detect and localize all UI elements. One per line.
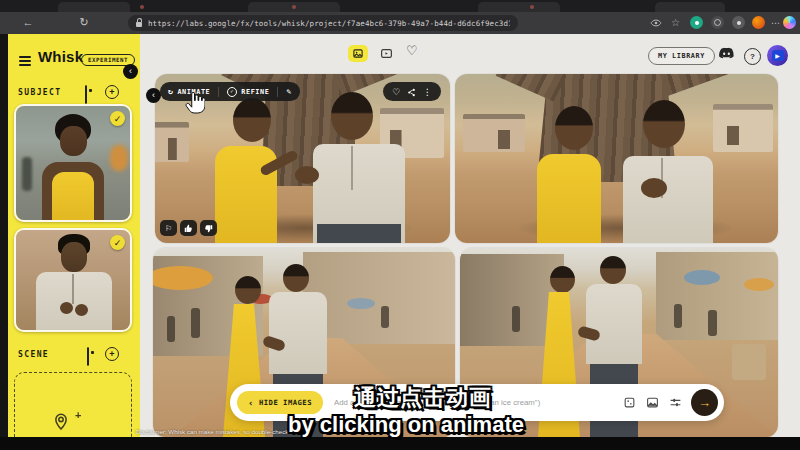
submit-button[interactable]: →	[691, 389, 718, 416]
generated-image-2[interactable]	[455, 74, 778, 243]
subject-section-label: SUBJECT	[18, 88, 62, 97]
art-hut-left	[155, 122, 189, 162]
subject2-hand-right	[75, 304, 88, 316]
subject2-hand-left	[60, 302, 73, 314]
scene-add-icon[interactable]: +	[105, 347, 119, 361]
location-pin-icon	[53, 413, 69, 435]
more-options-icon[interactable]: ⋮	[423, 87, 432, 97]
edit-prompt-button[interactable]: ✎	[278, 82, 299, 101]
image-actions-toolbar: ↻ ANIMATE ✓ REFINE ✎	[160, 82, 300, 101]
subtitle-chinese: 通过点击动画	[354, 383, 492, 413]
star-icon[interactable]: ☆	[669, 16, 682, 29]
more-menu-icon[interactable]: ⋯	[769, 16, 782, 29]
my-library-button[interactable]: MY LIBRARY	[648, 47, 715, 65]
art-man-shirt	[586, 284, 642, 364]
subject-dice-icon[interactable]	[85, 85, 87, 104]
extension-icon-green[interactable]	[690, 16, 703, 29]
thumbs-down-button[interactable]	[200, 220, 217, 236]
menu-icon[interactable]	[19, 56, 31, 66]
extension-icon-gray[interactable]	[732, 16, 745, 29]
subject1-selected-check[interactable]: ✓	[110, 111, 125, 126]
art-man-head	[331, 92, 373, 140]
scene-section-label: SCENE	[18, 350, 49, 359]
art-man-head	[643, 100, 685, 148]
art-man-placket	[351, 146, 353, 190]
art-hut-right	[713, 104, 773, 152]
scene-dice-icon[interactable]	[87, 347, 89, 366]
back-icon[interactable]: ←	[20, 15, 36, 30]
subject2-shirt-placket	[72, 274, 74, 304]
art-pedestrian	[674, 304, 682, 328]
art-woman-head	[555, 106, 593, 150]
art-hut-left	[463, 114, 525, 152]
animate-icon: ↻	[168, 87, 173, 96]
art-pedestrian	[512, 306, 520, 332]
extension-icon-orange[interactable]	[752, 16, 765, 29]
user-avatar[interactable]: ▶	[767, 45, 788, 66]
flag-button[interactable]: ⚐	[160, 220, 177, 236]
dice-icon[interactable]	[622, 396, 636, 410]
tune-settings-icon[interactable]	[668, 396, 682, 410]
art-man-head	[600, 256, 626, 284]
help-icon[interactable]: ?	[744, 48, 761, 65]
art-man-pants	[317, 224, 401, 243]
subject-add-icon[interactable]: +	[105, 85, 119, 99]
main-area: ♡ MY LIBRARY ? ▶	[140, 34, 800, 437]
subject-card-woman[interactable]: ✓	[14, 104, 132, 222]
art-pedestrian	[381, 306, 389, 328]
avatar-play-icon: ▶	[772, 50, 784, 61]
art-man-shirt	[623, 156, 713, 243]
tab-favicon	[292, 5, 296, 9]
browser-toolbar: ← ↻ https://labs.google/fx/tools/whisk/p…	[0, 12, 800, 34]
refine-icon: ✓	[227, 87, 237, 97]
browser-tab[interactable]	[478, 2, 560, 12]
hide-images-button[interactable]: ‹ HIDE IMAGES	[237, 391, 323, 414]
art-held-hands	[295, 166, 319, 184]
subject2-selected-check[interactable]: ✓	[110, 235, 125, 250]
subject1-face	[60, 126, 87, 156]
art-woman-head	[235, 276, 261, 304]
thumbs-up-button[interactable]	[180, 220, 197, 236]
art-man-head	[283, 264, 309, 292]
tab-favicon	[530, 5, 534, 9]
mouse-cursor	[185, 91, 205, 119]
disclaimer-text: Disclaimer: Whisk can make mistakes, so …	[136, 428, 293, 435]
art-umbrella-orange	[744, 278, 774, 291]
art-pedestrian	[708, 310, 717, 336]
image-view-toggle[interactable]	[348, 45, 368, 62]
art-tree-branch-left	[496, 74, 567, 102]
video-view-toggle[interactable]	[378, 46, 395, 61]
refine-button[interactable]: ✓ REFINE	[219, 82, 277, 101]
refine-label: REFINE	[241, 88, 269, 96]
liked-view-toggle[interactable]: ♡	[406, 43, 418, 58]
sidebar-collapse-button[interactable]: ‹	[123, 64, 138, 79]
art-pedestrian	[167, 316, 175, 342]
browser-tab[interactable]	[58, 2, 130, 12]
refresh-icon[interactable]: ↻	[76, 15, 92, 30]
share-icon[interactable]	[407, 83, 416, 101]
scene-plus-icon: +	[75, 409, 81, 421]
discord-icon[interactable]	[718, 47, 735, 65]
lock-icon	[136, 22, 142, 27]
subject-card-man[interactable]: ✓	[14, 228, 132, 332]
browser-tab-strip	[0, 0, 800, 12]
subject2-shirt	[36, 272, 112, 332]
copilot-icon[interactable]	[783, 16, 796, 29]
generated-image-1[interactable]: ↻ ANIMATE ✓ REFINE ✎ ♡ ⋮	[155, 74, 450, 243]
previous-generation-button[interactable]: ‹	[146, 88, 161, 103]
art-woman-top	[537, 154, 601, 243]
browser-tab[interactable]	[655, 2, 725, 12]
address-bar[interactable]: https://labs.google/fx/tools/whisk/proje…	[128, 15, 518, 31]
subject1-yellow-top	[52, 172, 94, 222]
url-text: https://labs.google/fx/tools/whisk/proje…	[148, 19, 510, 28]
favorite-icon[interactable]: ♡	[392, 87, 400, 97]
eye-icon[interactable]	[649, 16, 662, 29]
image-media-toolbar: ♡ ⋮	[383, 82, 441, 101]
extension-icon-dark[interactable]	[711, 16, 724, 29]
art-woman-head	[233, 98, 271, 142]
add-image-icon[interactable]	[645, 396, 659, 410]
feedback-toolbar: ⚐	[160, 220, 217, 236]
art-market-stall	[732, 344, 766, 380]
subtitle-english: by clicking on animate	[288, 412, 524, 438]
pen-icon: ✎	[286, 87, 291, 96]
